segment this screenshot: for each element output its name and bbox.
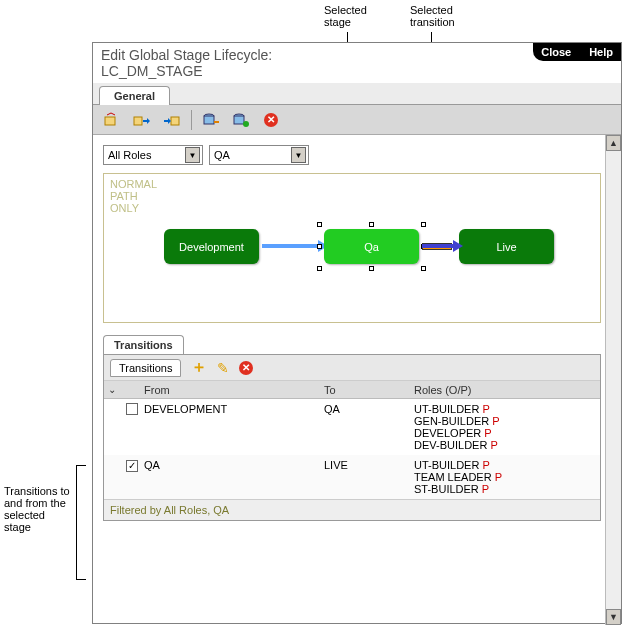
- role-entry: UT-BUILDER P: [414, 459, 600, 471]
- transitions-header: ⌄ From To Roles (O/P): [104, 381, 600, 399]
- cell-from: QA: [144, 459, 324, 471]
- role-flag: P: [492, 415, 499, 427]
- add-transition-button[interactable]: ＋: [191, 357, 207, 378]
- role-entry: DEVELOPER P: [414, 427, 600, 439]
- scroll-down-icon[interactable]: ▼: [606, 609, 621, 625]
- role-flag: P: [482, 483, 489, 495]
- edit-transition-button[interactable]: ✎: [217, 360, 229, 376]
- role-entry: DEV-BUILDER P: [414, 439, 600, 451]
- tab-general[interactable]: General: [99, 86, 170, 105]
- role-flag: P: [490, 439, 497, 451]
- role-flag: P: [482, 459, 489, 471]
- stage-qa[interactable]: Qa: [324, 229, 419, 264]
- subtab-transitions[interactable]: Transitions: [110, 359, 181, 377]
- role-entry: GEN-BUILDER P: [414, 415, 600, 427]
- cell-from: DEVELOPMENT: [144, 403, 324, 415]
- cell-roles: UT-BUILDER PGEN-BUILDER PDEVELOPER PDEV-…: [414, 403, 600, 451]
- svg-rect-1: [134, 117, 142, 125]
- role-flag: P: [484, 427, 491, 439]
- stage-live[interactable]: Live: [459, 229, 554, 264]
- transition-dev-qa[interactable]: [262, 244, 320, 248]
- filter-note: Filtered by All Roles, QA: [104, 499, 600, 520]
- row-checkbox[interactable]: [126, 403, 138, 415]
- stage-dropdown[interactable]: QA ▼: [209, 145, 309, 165]
- app-window: Close Help Edit Global Stage Lifecycle: …: [92, 42, 622, 624]
- table-row[interactable]: QALIVEUT-BUILDER PTEAM LEADER PST-BUILDE…: [104, 455, 600, 499]
- transitions-rows: DEVELOPMENTQAUT-BUILDER PGEN-BUILDER PDE…: [104, 399, 600, 499]
- scroll-up-icon[interactable]: ▲: [606, 135, 621, 151]
- role-entry: TEAM LEADER P: [414, 471, 600, 483]
- delete-transition-button[interactable]: ✕: [239, 361, 253, 375]
- callout-selected-transition: Selected transition: [410, 4, 455, 28]
- row-checkbox[interactable]: [126, 460, 138, 472]
- roles-dropdown-value: All Roles: [108, 149, 151, 161]
- callout-bracket: [76, 465, 86, 580]
- toolbar-separator: [191, 110, 192, 130]
- transitions-panel: Transitions ＋ ✎ ✕ ⌄ From To Roles (O/P) …: [103, 354, 601, 521]
- cell-roles: UT-BUILDER PTEAM LEADER PST-BUILDER P: [414, 459, 600, 495]
- toolbar-btn-3[interactable]: [161, 109, 183, 131]
- main-area: ▲ ▼ All Roles ▼ QA ▼ NORMAL PATH ONLY De…: [93, 135, 621, 625]
- role-flag: P: [482, 403, 489, 415]
- tab-transitions[interactable]: Transitions: [103, 335, 184, 354]
- filter-row: All Roles ▼ QA ▼: [103, 145, 601, 165]
- callout-left-note: Transitions to and from the selected sta…: [4, 485, 74, 533]
- svg-rect-6: [234, 116, 244, 124]
- toolbar-btn-db1[interactable]: [200, 109, 222, 131]
- role-entry: ST-BUILDER P: [414, 483, 600, 495]
- title-buttons: Close Help: [533, 43, 621, 61]
- vertical-scrollbar[interactable]: ▲ ▼: [605, 135, 621, 625]
- toolbar: ✕: [93, 105, 621, 135]
- svg-rect-4: [204, 116, 214, 124]
- expand-all-icon[interactable]: ⌄: [104, 384, 126, 395]
- table-row[interactable]: DEVELOPMENTQAUT-BUILDER PGEN-BUILDER PDE…: [104, 399, 600, 455]
- help-button[interactable]: Help: [589, 46, 613, 58]
- header-from: From: [144, 384, 324, 396]
- stage-dropdown-value: QA: [214, 149, 230, 161]
- toolbar-btn-db2[interactable]: [230, 109, 252, 131]
- toolbar-btn-delete[interactable]: ✕: [260, 109, 282, 131]
- svg-rect-0: [105, 117, 115, 125]
- close-button[interactable]: Close: [541, 46, 571, 58]
- toolbar-btn-1[interactable]: [101, 109, 123, 131]
- canvas-note: NORMAL PATH ONLY: [110, 178, 157, 214]
- chevron-down-icon: ▼: [185, 147, 200, 163]
- callout-selected-stage: Selected stage: [324, 4, 367, 28]
- cell-to: QA: [324, 403, 414, 415]
- header-to: To: [324, 384, 414, 396]
- stage-development[interactable]: Development: [164, 229, 259, 264]
- svg-rect-2: [171, 117, 179, 125]
- role-flag: P: [495, 471, 502, 483]
- transitions-section: Transitions Transitions ＋ ✎ ✕ ⌄ From To …: [103, 335, 601, 521]
- delete-icon: ✕: [264, 113, 278, 127]
- toolbar-btn-2[interactable]: [131, 109, 153, 131]
- titlebar: Close Help Edit Global Stage Lifecycle: …: [93, 43, 621, 83]
- transitions-toolbar: Transitions ＋ ✎ ✕: [104, 355, 600, 381]
- role-entry: UT-BUILDER P: [414, 403, 600, 415]
- tabbar: General: [93, 83, 621, 105]
- lifecycle-canvas[interactable]: NORMAL PATH ONLY Development Qa Live: [103, 173, 601, 323]
- svg-point-7: [243, 121, 249, 127]
- cell-to: LIVE: [324, 459, 414, 471]
- header-roles: Roles (O/P): [414, 384, 600, 396]
- roles-dropdown[interactable]: All Roles ▼: [103, 145, 203, 165]
- chevron-down-icon: ▼: [291, 147, 306, 163]
- transition-qa-live-arrow: [422, 244, 454, 248]
